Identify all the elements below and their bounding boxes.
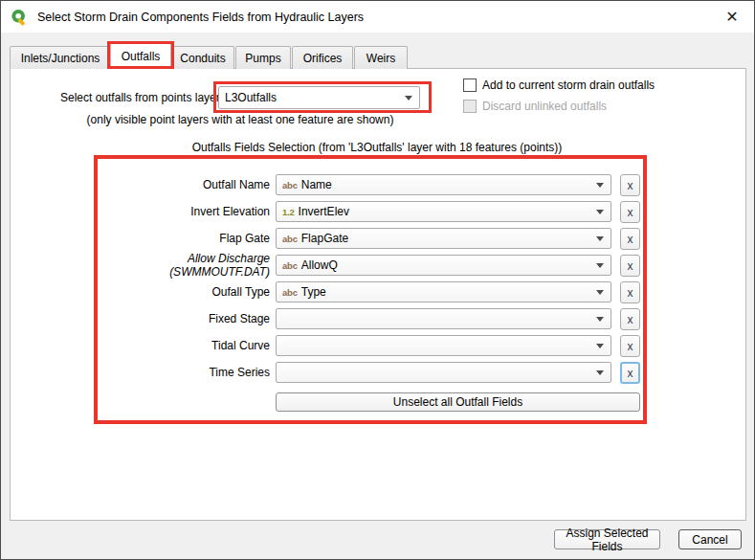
field-combobox[interactable]: abcFlapGate (276, 228, 611, 249)
clear-field-button[interactable]: x (620, 201, 640, 223)
chevron-down-icon (596, 263, 604, 268)
title-bar: Select Storm Drain Components Fields fro… (1, 1, 754, 33)
discard-unlinked-label: Discard unlinked outfalls (482, 99, 607, 114)
clear-field-button[interactable]: x (620, 228, 640, 250)
unselect-all-button[interactable]: Unselect all Outfall Fields (276, 392, 640, 412)
field-row-label: Allow Discharge (SWMMOUTF.DAT) (97, 255, 270, 276)
field-combobox[interactable] (276, 362, 611, 383)
field-row-label: Tidal Curve (97, 335, 270, 356)
close-icon[interactable]: ✕ (716, 1, 748, 32)
field-combobox[interactable]: 1.2InvertElev (276, 201, 611, 222)
text-field-type-icon: abc (282, 234, 298, 244)
add-to-current-checkbox[interactable] (463, 78, 477, 92)
clear-field-button[interactable]: x (620, 255, 640, 277)
field-combobox[interactable]: abcType (276, 281, 611, 302)
field-row-label: Outfall Name (97, 174, 270, 195)
field-row-label: Flap Gate (97, 228, 270, 249)
layer-combobox-value: L3Outfalls (225, 91, 277, 104)
layer-picker-label: Select outfalls from points layer (60, 86, 220, 109)
layer-combobox[interactable]: L3Outfalls (218, 86, 420, 109)
cancel-button[interactable]: Cancel (678, 529, 742, 549)
tab-conduits[interactable]: Conduits (171, 46, 234, 69)
field-combobox[interactable]: abcName (276, 174, 611, 195)
assign-selected-fields-button[interactable]: Assign Selected Fields (554, 529, 660, 549)
chevron-down-icon (596, 317, 604, 322)
chevron-down-icon (596, 290, 604, 295)
chevron-down-icon (596, 236, 604, 241)
tab-pumps[interactable]: Pumps (235, 46, 291, 69)
tab-inlets-junctions[interactable]: Inlets/Junctions (10, 46, 111, 69)
add-to-current-label: Add to current storm drain outfalls (482, 78, 655, 93)
field-combobox-value: Name (301, 178, 332, 191)
tab-orifices[interactable]: Orifices (292, 46, 353, 69)
field-row-label: Fixed Stage (97, 308, 270, 329)
tab-weirs[interactable]: Weirs (354, 46, 408, 69)
fields-section-header: Outfalls Fields Selection (from 'L3Outfa… (106, 141, 648, 154)
field-combobox[interactable] (276, 335, 611, 356)
window-title: Select Storm Drain Components Fields fro… (37, 11, 364, 24)
field-combobox-value: Type (301, 285, 326, 299)
qgis-logo-icon (10, 8, 29, 27)
chevron-down-icon (596, 210, 604, 214)
field-combobox-value: InvertElev (299, 205, 349, 218)
field-combobox-value: AllowQ (301, 258, 338, 272)
numeric-field-type-icon: 1.2 (282, 207, 295, 217)
field-combobox[interactable]: abcAllowQ (276, 255, 611, 276)
storm-drain-fields-dialog: Select Storm Drain Components Fields fro… (0, 0, 755, 560)
field-row-label: Time Series (97, 362, 270, 383)
tab-outfalls[interactable]: Outfalls (110, 43, 171, 69)
chevron-down-icon (596, 183, 604, 188)
clear-field-button[interactable]: x (620, 335, 640, 357)
text-field-type-icon: abc (282, 287, 298, 298)
field-row-label: Oufall Type (97, 281, 270, 302)
discard-unlinked-checkbox (463, 100, 477, 113)
clear-field-button[interactable]: x (620, 362, 640, 384)
clear-field-button[interactable]: x (620, 281, 640, 303)
field-row-label: Invert Elevation (97, 201, 270, 222)
layer-picker-hint: (only visible point layers with at least… (39, 113, 441, 126)
text-field-type-icon: abc (282, 260, 298, 271)
chevron-down-icon (596, 370, 604, 375)
clear-field-button[interactable]: x (620, 174, 640, 196)
text-field-type-icon: abc (282, 180, 298, 190)
chevron-down-icon (596, 344, 604, 348)
field-combobox[interactable] (276, 308, 611, 329)
chevron-down-icon (405, 96, 412, 101)
field-combobox-value: FlapGate (301, 232, 348, 245)
clear-field-button[interactable]: x (620, 308, 640, 330)
